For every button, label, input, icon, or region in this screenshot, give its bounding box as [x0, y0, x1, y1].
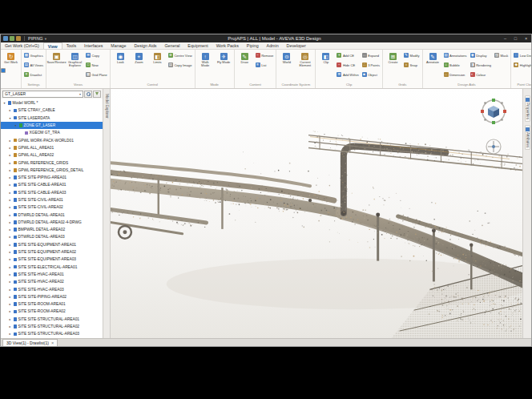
- expander-icon[interactable]: ▸: [8, 191, 12, 195]
- tree-item-site-site-equipment-area03[interactable]: ▸SITE SITE-EQUIPMENT-AREA03: [1, 256, 103, 263]
- tree-item-dtwrld-detail-area01[interactable]: ▸DTWRLD DETAIL-AREA01: [1, 211, 103, 218]
- expander-icon[interactable]: ▸: [8, 198, 12, 202]
- expander-icon[interactable]: ▸: [8, 309, 12, 313]
- tree-item-site-site-piping-area01[interactable]: ▸SITE SITE-PIPING-AREA01: [1, 174, 103, 181]
- tree-item-site-site-electrical-area01[interactable]: ▸SITE SITE-ELECTRICAL-AREA01: [1, 264, 103, 271]
- ribbon-tab-general[interactable]: General: [161, 42, 184, 49]
- tree-item-site-site-equipment-area01[interactable]: ▸SITE SITE-EQUIPMENT-AREA01: [1, 241, 103, 248]
- expander-icon[interactable]: ▸: [8, 295, 12, 299]
- create-button[interactable]: ⊞Create: [385, 50, 401, 81]
- zoom-button[interactable]: ⌖Zoom: [131, 50, 147, 81]
- ribbon-tab-developer[interactable]: Developer: [283, 42, 310, 49]
- all-views-button[interactable]: ▤All Views: [23, 60, 44, 70]
- expander-icon[interactable]: ▸: [8, 228, 12, 232]
- expander-icon[interactable]: ▸: [8, 243, 12, 247]
- tree-item-site-site-civil-area02[interactable]: ▸SITE SITE-CIVIL-AREA02: [1, 204, 103, 211]
- ribbon-tab-design-aids[interactable]: Design Aids: [131, 42, 161, 49]
- ribbon-tab-work-packs[interactable]: Work Packs: [212, 42, 243, 49]
- tree-item-site-site-structural-area03[interactable]: ▸SITE SITE-STRUCTURAL-AREA03: [1, 330, 103, 337]
- tree-item-site-laserdata[interactable]: ▾SITE LASERDATA: [1, 115, 103, 122]
- list-button[interactable]: ≡List: [255, 60, 275, 70]
- expander-icon[interactable]: ▸: [8, 153, 12, 157]
- expander-icon[interactable]: ▾: [8, 116, 12, 120]
- expander-icon[interactable]: ▸: [8, 280, 12, 284]
- right-tab-properties[interactable]: Properties: [525, 95, 530, 122]
- ribbon-tab-tools[interactable]: Tools: [62, 42, 80, 49]
- expander-icon[interactable]: ▸: [8, 272, 12, 276]
- pipe-spec-selector[interactable]: PIPING: [28, 36, 43, 41]
- expander-icon[interactable]: ▸: [8, 257, 12, 261]
- annotate-button[interactable]: ✎Annotate: [425, 50, 441, 81]
- save-restore-button[interactable]: ▣Save/Restore: [48, 50, 65, 81]
- centre-view-button[interactable]: ⊕Centre View: [167, 50, 193, 60]
- snap-button[interactable]: ⌖Snap: [403, 60, 421, 70]
- tree-item-site-site-room-area02[interactable]: ▸SITE SITE-ROOM-AREA02: [1, 308, 103, 315]
- grid-plane-button[interactable]: ▦Grid Plane: [85, 70, 108, 79]
- expander-icon[interactable]: ▸: [8, 220, 12, 224]
- expander-icon[interactable]: ▸: [8, 175, 12, 179]
- clip-button[interactable]: ◧Clip: [317, 50, 334, 81]
- tree-item-site-site-hvac-area02[interactable]: ▸SITE SITE-HVAC-AREA02: [1, 278, 103, 285]
- tree-item-gpwl-reference-grids-detail[interactable]: ▸GPWL REFERENCE_GRIDS_DETAIL: [1, 167, 103, 174]
- fly-mode-button[interactable]: ✈Fly Mode: [216, 50, 232, 81]
- tree-item-model-worl[interactable]: ▾Model WORL *: [1, 99, 103, 107]
- redo-icon[interactable]: [16, 36, 21, 41]
- chevron-down-icon[interactable]: ▾: [45, 37, 46, 41]
- hide-ce-button[interactable]: −Hide CE: [336, 60, 359, 70]
- limits-button[interactable]: ◧Limits: [149, 50, 166, 81]
- ribbon-tab-interfaces[interactable]: Interfaces: [80, 42, 107, 49]
- low-density-button[interactable]: ∷Low Density: [513, 50, 531, 60]
- expander-icon[interactable]: ▸: [8, 205, 12, 209]
- ribbon-tab-get-work-ctrl-g[interactable]: Get Work (Ctrl+G): [1, 42, 43, 49]
- mask-button[interactable]: ▨Mask: [494, 50, 509, 60]
- ribbon-tab-manage[interactable]: Manage: [107, 42, 130, 49]
- object-button[interactable]: ■Object: [361, 70, 381, 79]
- expander-icon[interactable]: ▸: [8, 265, 12, 269]
- expander-icon[interactable]: ▸: [8, 168, 12, 172]
- draw-button[interactable]: ✎Draw: [236, 50, 253, 81]
- expander-icon[interactable]: ▸: [8, 332, 12, 336]
- tree-item-site-site-structural-area02[interactable]: ▸SITE SITE-STRUCTURAL-AREA02: [1, 323, 103, 330]
- annotations-button[interactable]: ▤Annotations: [443, 50, 468, 60]
- tree-item-site-site-civil-area01[interactable]: ▸SITE SITE-CIVIL-AREA01: [1, 196, 103, 204]
- expander-icon[interactable]: ▾: [2, 101, 6, 105]
- graphics-button[interactable]: ▦Graphics: [23, 50, 44, 60]
- current-element-button[interactable]: ◎Current Element: [296, 50, 313, 81]
- world-button[interactable]: ⊙World: [278, 50, 295, 81]
- graphical-explorer-button[interactable]: ◫Graphical Explorer: [66, 50, 83, 81]
- save-icon[interactable]: [3, 36, 8, 41]
- expander-icon[interactable]: ▸: [8, 161, 12, 165]
- close-button[interactable]: ×: [521, 34, 531, 42]
- highlight-button[interactable]: ◆Highlight: [513, 60, 531, 70]
- tree-item-site-site-equipment-area02[interactable]: ▸SITE SITE-EQUIPMENT-AREA02: [1, 248, 103, 256]
- minimize-button[interactable]: –: [500, 34, 510, 42]
- new-button[interactable]: □New: [85, 60, 108, 70]
- copy-image-button[interactable]: ▤Copy Image: [167, 60, 193, 70]
- tree-item-xgeom-gt-tra[interactable]: XGEOM GT_TRA: [1, 129, 103, 136]
- ribbon-tab-view[interactable]: View: [43, 42, 62, 49]
- close-icon[interactable]: ×: [51, 341, 54, 345]
- right-tab-attributes[interactable]: Attributes: [525, 125, 530, 150]
- expand-button[interactable]: ↔Expand: [361, 50, 381, 60]
- tree-item-site-site-room-area01[interactable]: ▸SITE SITE-ROOM-AREA01: [1, 300, 103, 308]
- filter-button[interactable]: [93, 91, 101, 98]
- expander-icon[interactable]: ▸: [8, 235, 12, 239]
- tree-item-site-ctray-cable[interactable]: ▸SITE CTRAY_CABLE: [1, 107, 103, 114]
- walk-mode-button[interactable]: ↑Walk Mode: [197, 50, 214, 81]
- expander-icon[interactable]: ▸: [8, 250, 12, 254]
- tree-item-site-site-cable-area01[interactable]: ▸SITE SITE-CABLE-AREA01: [1, 181, 103, 188]
- tree-item-bmpwrl-detail-area02[interactable]: ▸BMPWRL DETAIL-AREA02: [1, 226, 103, 233]
- expander-icon[interactable]: ▸: [8, 317, 12, 321]
- expander-icon[interactable]: ▸: [8, 183, 12, 187]
- tree-item-site-site-structural-area01[interactable]: ▸SITE SITE-STRUCTURAL-AREA01: [1, 316, 103, 323]
- ribbon-tab-equipment[interactable]: Equipment: [183, 42, 212, 49]
- tree-item-site-site-cable-area03[interactable]: ▸SITE SITE-CABLE-AREA03: [1, 189, 103, 196]
- view-tab-3d[interactable]: 3D View(1) - Drawlist(1) ×: [2, 339, 58, 346]
- chevron-down-icon[interactable]: ▾: [79, 92, 81, 96]
- ribbon-tab-piping[interactable]: Piping: [243, 42, 263, 49]
- modify-button[interactable]: ✎Modify: [403, 50, 421, 60]
- tree-item-site-site-hvac-area03[interactable]: ▸SITE SITE-HVAC-AREA03: [1, 285, 103, 292]
- expander-icon[interactable]: ▸: [8, 213, 12, 217]
- bubble-button[interactable]: ○Bubble: [443, 60, 468, 70]
- colour-button[interactable]: ◐Colour: [470, 70, 492, 79]
